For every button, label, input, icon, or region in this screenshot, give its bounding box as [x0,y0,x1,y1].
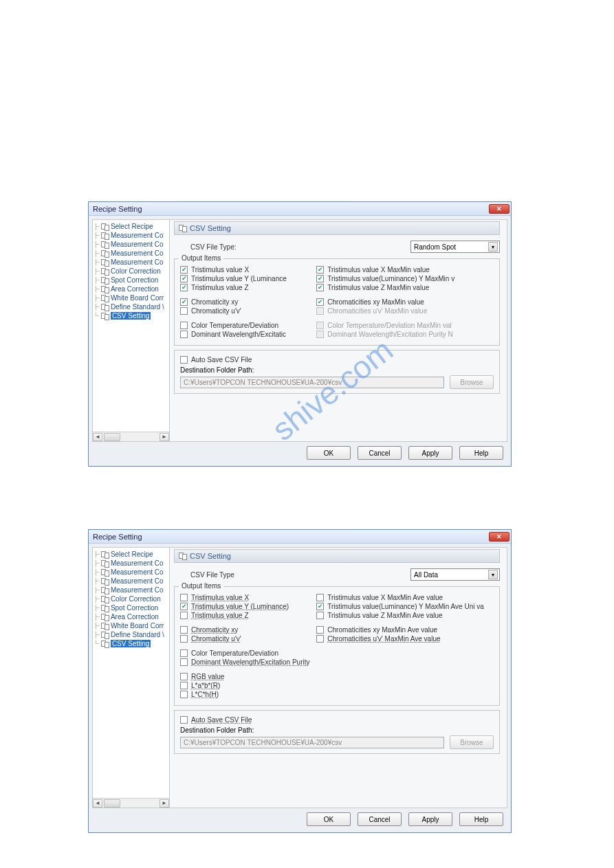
tree-item[interactable]: └·CSV Setting [93,639,169,648]
tree-item[interactable]: ├·Area Correction [93,612,169,621]
csv-setting-panel: CSV Setting CSV File Type All Data ▾ Out… [170,548,507,808]
tree-item[interactable]: ├·Color Correction [93,594,169,603]
output-item-checkbox[interactable] [180,612,188,619]
output-item-checkbox[interactable] [180,635,188,643]
tree-item-label: Spot Correction [111,276,158,284]
output-item-checkbox[interactable] [180,603,188,610]
output-item-row: Tristimulus value X [180,266,316,274]
ok-button[interactable]: OK [307,812,351,826]
tree-item[interactable]: ├·Define Standard \ [93,630,169,639]
output-item-checkbox[interactable] [180,307,188,315]
tree-item[interactable]: ├·Measurement Co [93,249,169,258]
tree-item[interactable]: ├·Select Recipe [93,550,169,559]
csv-file-type-select[interactable]: Random Spot ▾ [410,241,500,253]
output-item-checkbox[interactable] [180,322,188,329]
settings-tree: ├·Select Recipe├·Measurement Co├·Measure… [93,548,170,808]
output-item-checkbox[interactable] [180,284,188,291]
csv-file-type-value: All Data [414,571,438,579]
output-item-row: Tristimulus value X [180,594,316,601]
output-item-label: Chromaticity u'v' [191,307,241,315]
tree-item[interactable]: ├·Measurement Co [93,258,169,267]
tree-branch-icon: ├· [93,286,101,292]
pages-icon [101,596,109,603]
horizontal-scrollbar[interactable]: ◄ ► [93,798,169,808]
output-item-checkbox[interactable] [180,331,188,338]
output-item-checkbox[interactable] [316,284,324,291]
tree-branch-icon: ├· [93,632,101,638]
output-item-checkbox[interactable] [316,275,324,282]
output-item-checkbox[interactable] [316,626,324,634]
tree-item[interactable]: ├·Measurement Co [93,577,169,586]
output-item-checkbox[interactable] [180,275,188,282]
tree-item[interactable]: ├·Measurement Co [93,559,169,568]
output-item-row: Dominant Wavelength/Excitation Purity [180,658,316,666]
output-item-checkbox[interactable] [180,673,188,680]
output-item-checkbox[interactable] [316,298,324,306]
scroll-right-icon[interactable]: ► [160,799,169,808]
tree-branch-icon: ├· [93,232,101,238]
output-item-checkbox[interactable] [180,626,188,634]
close-icon[interactable]: ✕ [489,532,509,542]
scroll-left-icon[interactable]: ◄ [93,433,102,441]
tree-item-label: White Board Corr [111,622,164,630]
output-item-checkbox[interactable] [316,612,324,619]
output-item-row: Chromaticity xy [180,626,316,634]
tree-item[interactable]: ├·White Board Corr [93,293,169,302]
output-item-checkbox[interactable] [316,635,324,643]
ok-button[interactable]: OK [307,446,351,460]
tree-item[interactable]: ├·Select Recipe [93,222,169,231]
tree-item[interactable]: ├·Measurement Co [93,231,169,240]
tree-branch-icon: ├· [93,569,101,575]
output-item-checkbox[interactable] [180,298,188,306]
tree-item[interactable]: ├·Measurement Co [93,240,169,249]
scroll-left-icon[interactable]: ◄ [93,799,102,808]
tree-item[interactable]: ├·Color Correction [93,267,169,276]
tree-item[interactable]: ├·Define Standard \ [93,302,169,311]
tree-item[interactable]: ├·White Board Corr [93,621,169,630]
output-item-checkbox[interactable] [180,266,188,274]
pages-icon [101,277,109,284]
tree-item[interactable]: ├·Spot Correction [93,276,169,285]
tree-item[interactable]: ├·Measurement Co [93,586,169,594]
scroll-thumb[interactable] [104,799,120,808]
tree-item[interactable]: └·CSV Setting [93,311,169,320]
output-item-label: Tristimulus value Z [191,612,249,619]
autosave-checkbox[interactable] [180,716,188,724]
output-item-checkbox[interactable] [316,594,324,601]
scroll-right-icon[interactable]: ► [160,433,169,441]
tree-item[interactable]: ├·Measurement Co [93,568,169,577]
help-button[interactable]: Help [459,446,503,460]
output-item-checkbox[interactable] [180,594,188,601]
horizontal-scrollbar[interactable]: ◄ ► [93,432,169,441]
tree-item-label: Color Correction [111,267,161,275]
tree-branch-icon: ├· [93,250,101,256]
close-icon[interactable]: ✕ [489,204,509,214]
csv-file-type-label: CSV File Type [190,571,294,579]
tree-item-label: Measurement Co [111,568,164,576]
cancel-button[interactable]: Cancel [358,446,402,460]
output-item-checkbox[interactable] [180,658,188,666]
output-item-checkbox[interactable] [316,603,324,610]
output-item-label: Tristimulus value(Luminance) Y MaxMin Av… [327,603,484,610]
cancel-button[interactable]: Cancel [358,812,402,826]
output-item-checkbox[interactable] [180,691,188,698]
scroll-thumb[interactable] [104,433,120,441]
help-button[interactable]: Help [459,812,503,826]
tree-item[interactable]: ├·Spot Correction [93,603,169,612]
output-item-label: Tristimulus value Y (Luminance) [191,603,289,610]
apply-button[interactable]: Apply [408,812,452,826]
output-item-checkbox[interactable] [180,649,188,657]
output-item-row: Tristimulus value Y (Luminance [180,275,316,282]
output-item-label: Tristimulus value Z MaxMin Ave value [327,612,442,619]
output-item-label: Tristimulus value X [191,594,249,601]
output-item-checkbox[interactable] [316,266,324,274]
apply-button[interactable]: Apply [408,446,452,460]
output-item-checkbox[interactable] [180,682,188,689]
output-item-label: Chromaticities u'v' MaxMin value [327,307,427,315]
output-item-row: Chromaticities xy MaxMin Ave value [316,626,494,634]
csv-file-type-select[interactable]: All Data ▾ [410,568,500,581]
tree-item-label: Measurement Co [111,577,164,585]
autosave-checkbox[interactable] [180,356,188,364]
output-item-row: Tristimulus value X MaxMin Ave value [316,594,494,601]
tree-item[interactable]: ├·Area Correction [93,285,169,293]
